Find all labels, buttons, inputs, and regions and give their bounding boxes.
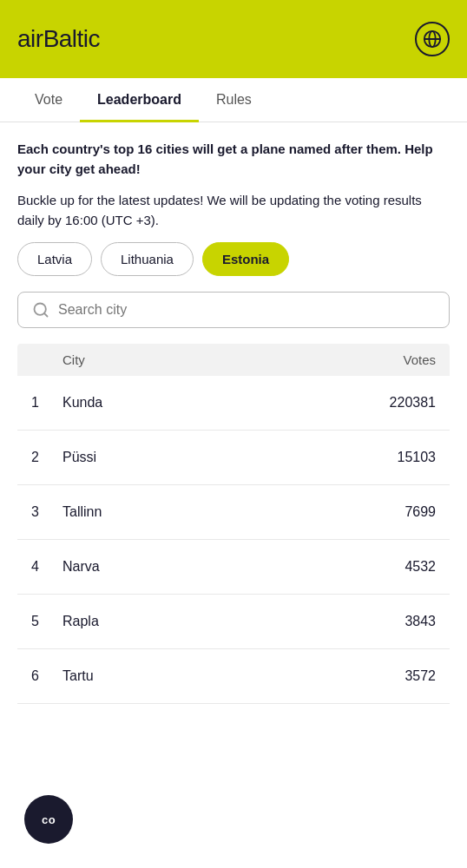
leaderboard-content: Each country's top 16 cities will get a … <box>0 122 467 704</box>
table-row: 4 Narva 4532 <box>17 540 450 595</box>
row-city: Kunda <box>62 395 390 411</box>
row-votes: 7699 <box>405 504 436 520</box>
nav-tabs: Vote Leaderboard Rules <box>0 78 467 122</box>
info-bold-text: Each country's top 16 cities will get a … <box>17 140 450 179</box>
row-votes: 15103 <box>398 450 437 465</box>
search-icon <box>32 301 49 319</box>
row-rank: 3 <box>31 504 62 520</box>
app-header: airBaltic <box>0 0 467 78</box>
row-city: Tartu <box>62 668 405 684</box>
row-rank: 6 <box>31 668 62 684</box>
tab-leaderboard[interactable]: Leaderboard <box>80 78 199 122</box>
row-votes: 3572 <box>405 668 436 684</box>
column-header-votes: Votes <box>403 352 436 367</box>
search-box <box>17 292 450 328</box>
tab-rules[interactable]: Rules <box>199 78 269 122</box>
row-rank: 2 <box>31 450 62 465</box>
info-secondary-text: Buckle up for the latest updates! We wil… <box>17 191 450 230</box>
language-button[interactable] <box>415 22 450 56</box>
globe-icon <box>423 30 442 49</box>
column-header-city: City <box>31 352 85 367</box>
search-input[interactable] <box>58 302 435 318</box>
row-city: Narva <box>62 559 405 575</box>
table-row: 5 Rapla 3843 <box>17 595 450 649</box>
fab-label: co <box>42 813 56 826</box>
table-row: 2 Püssi 15103 <box>17 431 450 485</box>
svg-line-4 <box>44 313 48 317</box>
leaderboard-table: 1 Kunda 220381 2 Püssi 15103 3 Tallinn 7… <box>17 376 450 704</box>
row-votes: 4532 <box>405 559 436 575</box>
table-row: 6 Tartu 3572 <box>17 649 450 704</box>
country-btn-lithuania[interactable]: Lithuania <box>101 242 194 276</box>
row-rank: 4 <box>31 559 62 575</box>
country-filter-group: Latvia Lithuania Estonia <box>17 242 450 276</box>
country-btn-latvia[interactable]: Latvia <box>17 242 92 276</box>
row-city: Püssi <box>62 450 398 465</box>
row-rank: 1 <box>31 395 62 411</box>
tab-vote[interactable]: Vote <box>17 78 80 122</box>
table-row: 1 Kunda 220381 <box>17 376 450 431</box>
table-header: City Votes <box>17 344 450 376</box>
row-city: Rapla <box>62 614 405 629</box>
row-city: Tallinn <box>62 504 405 520</box>
country-btn-estonia[interactable]: Estonia <box>202 242 289 276</box>
row-votes: 220381 <box>390 395 436 411</box>
row-votes: 3843 <box>405 614 436 629</box>
logo-baltic: Baltic <box>43 25 100 52</box>
logo: airBaltic <box>17 25 100 53</box>
logo-air: air <box>17 25 43 52</box>
table-row: 3 Tallinn 7699 <box>17 485 450 540</box>
row-rank: 5 <box>31 614 62 629</box>
fab-button[interactable]: co <box>24 795 73 844</box>
